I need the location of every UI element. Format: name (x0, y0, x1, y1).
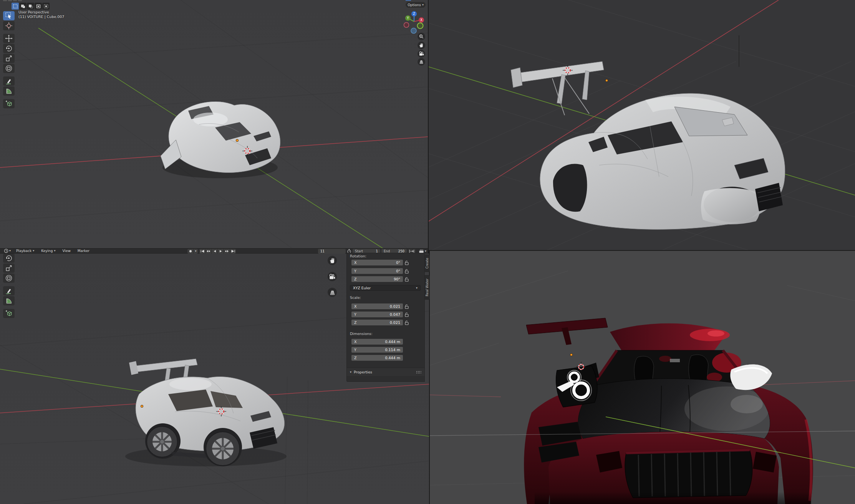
select-mode-new[interactable] (12, 3, 19, 10)
blender-quad-view-window: User Perspective (11) VOITURE | Cube.007… (0, 0, 855, 504)
lock-icon[interactable] (404, 320, 409, 325)
rotation-z-field[interactable]: Z90° (351, 276, 403, 282)
tool-measure[interactable] (3, 86, 15, 96)
dimensions-y-field[interactable]: Y0.114 m (351, 347, 403, 353)
gizmo-neg-z-ball[interactable] (411, 28, 416, 33)
tool-add-cube[interactable] (3, 99, 15, 108)
camera-view-icon[interactable] (328, 272, 337, 281)
rotation-x-field[interactable]: X0° (351, 260, 403, 265)
transform-sidebar-panel: Rotation: X0° Y0° Z90° XYZ Euler▾ Scale:… (346, 253, 425, 382)
object-origin-dot (605, 79, 608, 82)
toolbar-top-left (3, 11, 15, 108)
car-object-bl[interactable] (114, 356, 298, 471)
tab-create[interactable]: Create (425, 254, 430, 272)
select-mode-intersect[interactable] (42, 3, 50, 10)
viewport-top-left[interactable]: User Perspective (11) VOITURE | Cube.007… (0, 0, 428, 248)
tool-measure[interactable] (3, 296, 15, 305)
tab-real-water[interactable]: Real Water (425, 275, 430, 300)
select-mode-extend[interactable] (19, 3, 27, 10)
scale-x-field[interactable]: X0.021 (351, 303, 403, 309)
dimensions-x-field[interactable]: X0.444 m (351, 339, 403, 345)
lock-icon[interactable] (404, 269, 409, 274)
car-object-tl[interactable] (153, 91, 287, 186)
rotation-section-label: Rotation: (350, 254, 366, 258)
select-mode-invert[interactable] (35, 3, 42, 10)
tool-select-box[interactable] (3, 11, 15, 20)
camera-view-icon[interactable] (418, 50, 425, 58)
play-reverse-button[interactable] (212, 249, 217, 254)
chevron-down-icon: ▾ (195, 250, 196, 253)
drag-dots-icon[interactable] (416, 371, 421, 373)
svg-text:X: X (420, 18, 423, 22)
properties-panel-header[interactable]: ▾ Properties (347, 368, 424, 376)
jump-to-start-button[interactable] (199, 249, 205, 254)
tool-rotate[interactable] (3, 44, 15, 53)
tool-annotate[interactable] (3, 286, 15, 295)
3d-cursor[interactable] (576, 362, 586, 372)
object-origin-dot (570, 353, 573, 356)
tool-3d-cursor[interactable] (3, 21, 15, 30)
menu-view[interactable]: View (59, 249, 73, 254)
viewport-top-right[interactable] (429, 0, 855, 250)
options-button[interactable]: Options▾ (406, 2, 426, 8)
keying-set-dropdown[interactable]: ▾ (194, 249, 198, 254)
gizmo-neg-y-ball[interactable] (418, 23, 423, 29)
header-sliver-icon (18, 0, 22, 1)
front-wheel[interactable] (206, 432, 240, 466)
grid-perspective-icon[interactable] (418, 58, 425, 66)
gizmo-neg-x-ball[interactable] (404, 23, 409, 28)
tool-transform[interactable] (3, 64, 15, 73)
viewport-bottom-right-render[interactable] (430, 251, 855, 504)
clock-icon (4, 249, 8, 253)
menu-keying[interactable]: Keying▾ (38, 249, 58, 254)
lock-icon[interactable] (404, 260, 409, 265)
svg-text:Y: Y (407, 17, 409, 20)
tool-rotate[interactable] (3, 254, 15, 263)
chevron-down-icon: ▾ (350, 371, 351, 374)
pan-hand-icon[interactable] (418, 41, 425, 49)
select-mode-subtract[interactable] (27, 3, 34, 10)
svg-text:Z: Z (413, 12, 415, 16)
chevron-down-icon: ▾ (425, 250, 426, 253)
dimensions-z-field[interactable]: Z0.444 m (351, 355, 403, 361)
rotation-mode-dropdown[interactable]: XYZ Euler▾ (350, 285, 421, 291)
play-button[interactable] (218, 249, 224, 254)
view-axis-gizmo[interactable]: Z Y X (403, 10, 426, 34)
tool-scale[interactable] (3, 264, 15, 273)
tool-scale[interactable] (3, 54, 15, 63)
current-frame-field[interactable]: 11 (318, 249, 346, 254)
lock-icon[interactable] (404, 277, 409, 282)
next-keyframe-button[interactable] (224, 249, 230, 254)
rendered-red-car[interactable] (481, 312, 842, 504)
tool-add-cube[interactable] (3, 309, 15, 318)
view-perspective-label: User Perspective (18, 10, 49, 14)
menu-marker[interactable]: Marker (75, 249, 93, 254)
grid-perspective-icon[interactable] (328, 288, 337, 297)
tool-annotate[interactable] (3, 76, 15, 86)
dimensions-section-label: Dimensions: (350, 332, 373, 336)
tool-transform[interactable] (3, 274, 15, 283)
jump-to-end-button[interactable] (230, 249, 236, 254)
car-body-shell-object[interactable] (507, 50, 791, 242)
toolbar-bottom-left (3, 254, 15, 318)
prev-keyframe-button[interactable] (205, 249, 211, 254)
3d-cursor[interactable] (242, 146, 252, 156)
rotation-y-field[interactable]: Y0° (351, 268, 403, 274)
tool-move[interactable] (3, 34, 15, 43)
object-origin-dot (141, 405, 143, 408)
editor-type-button[interactable]: ▾ (2, 249, 12, 253)
chevron-down-icon: ▾ (9, 249, 11, 252)
menu-playback[interactable]: Playback▾ (13, 249, 37, 254)
header-sliver-icon (3, 0, 7, 1)
scale-z-field[interactable]: Z0.021 (351, 320, 403, 325)
lock-icon[interactable] (404, 312, 409, 317)
active-object-label: (11) VOITURE | Cube.007 (18, 15, 64, 19)
3d-cursor[interactable] (216, 406, 226, 416)
zoom-icon[interactable] (418, 33, 425, 40)
3d-cursor[interactable] (563, 65, 573, 75)
auto-keying-record-button[interactable] (187, 249, 193, 254)
scale-y-field[interactable]: Y0.047 (351, 312, 403, 317)
pan-hand-icon[interactable] (328, 256, 337, 265)
chevron-down-icon: ▾ (422, 3, 424, 7)
lock-icon[interactable] (404, 304, 409, 309)
